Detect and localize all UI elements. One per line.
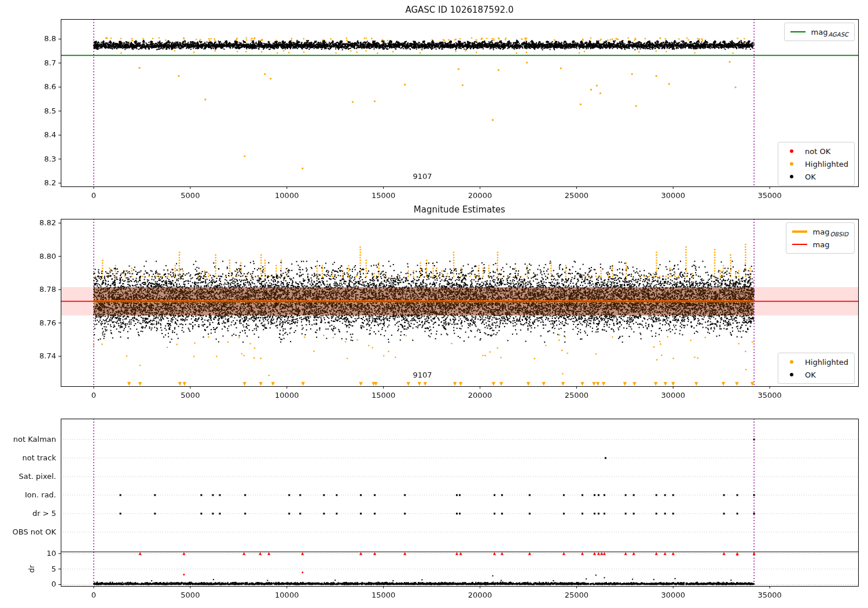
x-tick-label: 0 <box>71 591 117 599</box>
x-tick-label: 30000 <box>650 591 696 599</box>
y-tick-label: 8.4 <box>3 130 56 139</box>
dr-tick-label: 5 <box>3 565 56 573</box>
legend-row: Highlighted <box>784 356 848 368</box>
x-tick-label: 20000 <box>457 391 503 400</box>
y-tick-label: 8.8 <box>3 34 56 43</box>
ok-marker-swatch <box>784 175 799 178</box>
flag-row-label: not track <box>3 453 56 462</box>
not-ok-marker-swatch <box>784 149 799 153</box>
legend-label: magOBSID <box>813 228 848 236</box>
mag-agasc-line-swatch <box>790 31 806 32</box>
x-tick-label: 0 <box>71 191 117 200</box>
legend-label: Highlighted <box>805 358 848 367</box>
x-tick-label: 5000 <box>167 391 214 400</box>
x-tick-label: 35000 <box>746 191 793 200</box>
legend-row: mag <box>792 238 848 251</box>
legend-row: magOBSID <box>792 225 848 238</box>
legend-plot2-markers: Highlighted OK <box>778 353 855 384</box>
x-tick-label: 15000 <box>361 191 407 200</box>
mag-line-swatch <box>792 244 807 245</box>
x-tick-label: 25000 <box>553 591 599 599</box>
legend-row: OK <box>784 368 848 381</box>
legend-label: magAGASC <box>811 28 848 36</box>
y-tick-label: 8.80 <box>3 252 56 261</box>
y-tick-label: 8.78 <box>3 285 56 294</box>
x-tick-label: 10000 <box>264 591 310 599</box>
x-tick-label: 5000 <box>167 591 214 599</box>
y-tick-label: 8.76 <box>3 318 56 327</box>
x-tick-label: 5000 <box>167 191 214 200</box>
obsid-annotation-plot1: 9107 <box>405 172 440 181</box>
y-tick-label: 8.3 <box>3 155 56 163</box>
x-tick-label: 20000 <box>457 591 503 599</box>
x-tick-label: 25000 <box>553 191 599 200</box>
flag-row-label: OBS not OK <box>3 528 56 536</box>
y-tick-label: 8.2 <box>3 178 56 187</box>
plot2-title: Magnitude Estimates <box>61 204 858 215</box>
x-tick-label: 35000 <box>746 391 793 400</box>
flag-row-label: dr > 5 <box>3 509 56 518</box>
legend-plot1-markers: not OK Highlighted OK <box>778 142 855 186</box>
x-tick-label: 25000 <box>553 391 599 400</box>
y-tick-label: 8.82 <box>3 218 56 227</box>
flag-row-label: not Kalman <box>3 435 56 444</box>
highlighted-marker-swatch <box>784 162 799 166</box>
legend-row: not OK <box>784 145 848 158</box>
y-tick-label: 8.7 <box>3 58 56 67</box>
legend-label: OK <box>805 371 816 379</box>
plots-canvas <box>0 0 868 608</box>
x-tick-label: 20000 <box>457 191 503 200</box>
figure: AGASC ID 1026187592.0 Magnitude Estimate… <box>0 0 868 608</box>
legend-row: magAGASC <box>790 25 848 38</box>
y-tick-label: 8.6 <box>3 82 56 91</box>
legend-mag-lines: magOBSID mag <box>786 222 855 254</box>
y-tick-label: 8.74 <box>3 351 56 360</box>
x-tick-label: 10000 <box>264 391 310 400</box>
legend-row: Highlighted <box>784 158 848 170</box>
highlighted-marker-swatch <box>784 360 799 364</box>
ok-marker-swatch <box>784 373 799 376</box>
plot1-title: AGASC ID 1026187592.0 <box>61 5 858 15</box>
x-tick-label: 0 <box>71 391 117 400</box>
x-tick-label: 15000 <box>361 391 407 400</box>
flag-row-label: Ion. rad. <box>3 490 56 499</box>
legend-row: OK <box>784 170 848 183</box>
obsid-annotation-plot2: 9107 <box>405 371 440 379</box>
x-tick-label: 10000 <box>264 191 310 200</box>
mag-obsid-line-swatch <box>792 230 807 233</box>
dr-tick-label: 10 <box>3 549 56 558</box>
legend-mag-agasc: magAGASC <box>784 23 855 41</box>
legend-label: not OK <box>805 147 830 156</box>
flag-row-label: Sat. pixel. <box>3 472 56 481</box>
x-tick-label: 15000 <box>361 591 407 599</box>
legend-label: OK <box>805 173 816 181</box>
legend-label: Highlighted <box>805 160 848 169</box>
dr-tick-label: 0 <box>3 580 56 588</box>
x-tick-label: 30000 <box>650 191 696 200</box>
legend-label: mag <box>813 240 830 249</box>
y-tick-label: 8.5 <box>3 107 56 115</box>
x-tick-label: 30000 <box>650 391 696 400</box>
x-tick-label: 35000 <box>746 591 793 599</box>
